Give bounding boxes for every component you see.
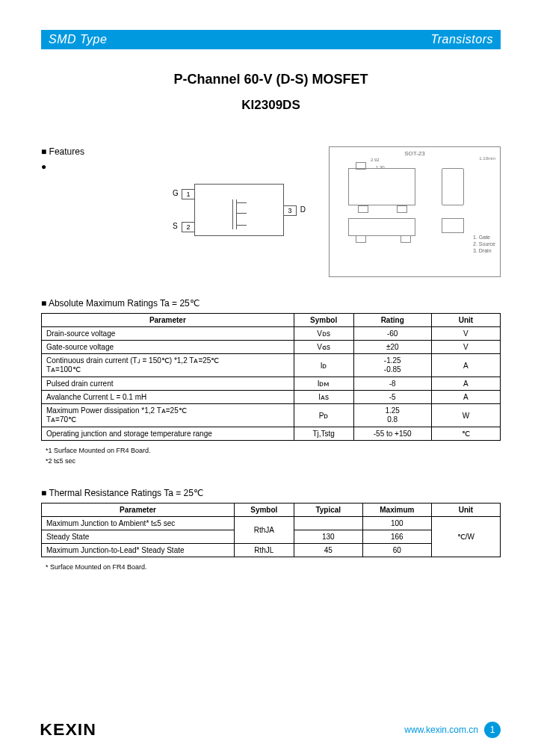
cell: Gate-source voltage bbox=[42, 341, 294, 354]
col-param: Parameter bbox=[42, 503, 235, 516]
cell: 60 bbox=[362, 543, 431, 557]
abs-notes: *1 Surface Mounted on FR4 Board. *2 t≤5 … bbox=[41, 445, 501, 467]
abs-max-table: Parameter Symbol Rating Unit Drain-sourc… bbox=[41, 313, 501, 441]
cell: Avalanche Current L = 0.1 mH bbox=[42, 391, 294, 404]
pkg-dim-h: 1.10mm bbox=[479, 156, 495, 161]
cell: Iᴀs bbox=[294, 391, 353, 404]
thermal-notes: * Surface Mounted on FR4 Board. bbox=[41, 562, 501, 572]
pin-2: 2 bbox=[182, 222, 195, 232]
features-heading: Features bbox=[41, 146, 157, 157]
col-symbol: Symbol bbox=[294, 314, 353, 327]
cell: ±20 bbox=[353, 341, 431, 354]
col-param: Parameter bbox=[42, 314, 294, 327]
cell: Drain-source voltage bbox=[42, 327, 294, 341]
footer-url[interactable]: www.kexin.com.cn bbox=[404, 725, 478, 735]
cell: W bbox=[431, 404, 500, 427]
banner-left: SMD Type bbox=[49, 33, 107, 46]
thermal-table: Parameter Symbol Typical Maximum Unit Ma… bbox=[41, 503, 501, 557]
cell: Vɢs bbox=[294, 341, 353, 354]
cell: -60 bbox=[353, 327, 431, 341]
cell: Vᴅs bbox=[294, 327, 353, 341]
cell: -8 bbox=[353, 377, 431, 391]
col-symbol: Symbol bbox=[234, 503, 294, 516]
cell: V bbox=[431, 341, 500, 354]
cell: Maximum Junction to Ambient* t≤5 sec bbox=[42, 516, 235, 530]
cell: 166 bbox=[362, 530, 431, 543]
cell: 45 bbox=[294, 543, 362, 557]
footer: KEXIN www.kexin.com.cn 1 bbox=[41, 720, 501, 740]
cell: Maximum Power dissipation *1,2 Tᴀ=25℃ Tᴀ… bbox=[42, 404, 294, 427]
features-bullet bbox=[41, 161, 157, 172]
cell: Pᴅ bbox=[294, 404, 353, 427]
cell: A bbox=[431, 391, 500, 404]
col-unit: Unit bbox=[431, 314, 500, 327]
cell: -5 bbox=[353, 391, 431, 404]
banner-right: Transistors bbox=[431, 33, 493, 46]
brand-logo: KEXIN bbox=[41, 720, 95, 740]
abs-max-heading: Absolute Maximum Ratings Ta = 25℃ bbox=[41, 298, 501, 309]
part-number: KI2309DS bbox=[41, 98, 501, 113]
cell: Iᴅᴍ bbox=[294, 377, 353, 391]
cell: 130 bbox=[294, 530, 362, 543]
cell: RthJL bbox=[234, 543, 294, 557]
page-number: 1 bbox=[484, 722, 501, 738]
cell: ℃ bbox=[431, 427, 500, 441]
pin-label-gate: G bbox=[173, 189, 179, 197]
cell: ℃/W bbox=[431, 516, 500, 557]
cell: Operating junction and storage temperatu… bbox=[42, 427, 294, 441]
cell: -55 to +150 bbox=[353, 427, 431, 441]
cell: A bbox=[431, 377, 500, 391]
col-typical: Typical bbox=[294, 503, 362, 516]
pin-label-drain: D bbox=[300, 205, 306, 214]
pin-3: 3 bbox=[283, 205, 297, 216]
col-max: Maximum bbox=[362, 503, 431, 516]
cell: -1.25 -0.85 bbox=[353, 354, 431, 377]
col-rating: Rating bbox=[353, 314, 431, 327]
schematic-diagram: G S D 1 2 3 bbox=[172, 146, 314, 236]
title-block: P-Channel 60-V (D-S) MOSFET KI2309DS bbox=[41, 72, 501, 113]
cell: Pulsed drain current bbox=[42, 377, 294, 391]
pin-1: 1 bbox=[182, 189, 195, 199]
title-main: P-Channel 60-V (D-S) MOSFET bbox=[41, 72, 501, 87]
pkg-dim-w: 2.92 bbox=[371, 158, 380, 162]
package-outline-drawing: SOT-23 2.92 1.30 1.10mm 1. Gate 2. Sourc… bbox=[329, 146, 501, 277]
header-banner: SMD Type Transistors bbox=[41, 30, 501, 49]
thermal-heading: Thermal Resistance Ratings Ta = 25℃ bbox=[41, 488, 501, 498]
cell: Continuous drain current (Tᴊ = 150℃) *1,… bbox=[42, 354, 294, 377]
cell: Steady State bbox=[42, 530, 235, 543]
package-name: SOT-23 bbox=[333, 150, 497, 157]
cell bbox=[294, 516, 362, 530]
col-unit: Unit bbox=[431, 503, 500, 516]
mosfet-symbol-icon bbox=[232, 199, 255, 229]
cell: A bbox=[431, 354, 500, 377]
pin-legend: 1. Gate 2. Source 3. Drain bbox=[473, 234, 495, 254]
cell: Iᴅ bbox=[294, 354, 353, 377]
pin-label-source: S bbox=[173, 222, 178, 230]
cell: 1.25 0.8 bbox=[353, 404, 431, 427]
cell: V bbox=[431, 327, 500, 341]
cell: Tj,Tstg bbox=[294, 427, 353, 441]
cell: Maximum Junction-to-Lead* Steady State bbox=[42, 543, 235, 557]
cell: 100 bbox=[362, 516, 431, 530]
cell: RthJA bbox=[234, 516, 294, 543]
